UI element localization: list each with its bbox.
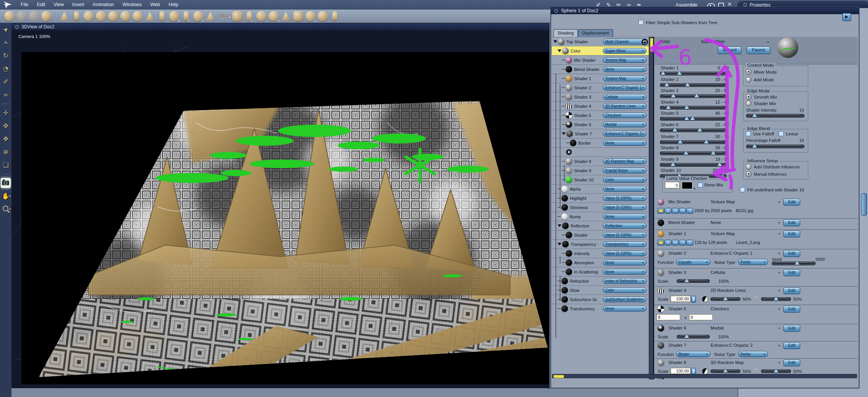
edit-button[interactable]: Edit xyxy=(783,287,800,294)
slider-max-handle[interactable] xyxy=(690,116,695,120)
luma-color-swatch[interactable] xyxy=(682,182,692,189)
slider-handle[interactable] xyxy=(774,369,778,372)
shader-type-dropdown[interactable]: Fractal Noise» xyxy=(603,168,646,173)
tree-row-transparency[interactable]: TransparencyTransparency» xyxy=(552,239,649,249)
shader-type-dropdown[interactable]: Color» xyxy=(603,287,646,293)
seed-slider[interactable] xyxy=(772,262,815,265)
slider-max-handle[interactable] xyxy=(694,94,699,97)
scale-slider[interactable] xyxy=(677,279,710,283)
flip-vertical-icon[interactable]: ↕ xyxy=(665,240,671,245)
edit-button[interactable]: Edit xyxy=(783,306,800,313)
tree-row-blend-shader[interactable]: Blend ShaderNone» xyxy=(552,64,649,74)
upload-icon[interactable]: ↑ xyxy=(686,240,693,245)
shader-type-dropdown[interactable]: Value (0-100%)» xyxy=(603,204,646,210)
panel-expand-button[interactable]: ▶ xyxy=(842,13,851,21)
fire-icon[interactable]: ▸ xyxy=(184,11,189,21)
properties-scrollbar-thumb[interactable] xyxy=(861,193,867,216)
scale-slider[interactable] xyxy=(677,335,710,339)
range-slider[interactable] xyxy=(660,117,727,121)
shader-type-dropdown[interactable]: None» xyxy=(603,66,646,72)
particles-icon[interactable] xyxy=(133,11,143,21)
wizard-button[interactable]: Wizard xyxy=(718,46,742,54)
bank-camera-icon[interactable]: ❏ xyxy=(1,160,11,170)
tree-row-highlight[interactable]: HighlightValue (0-100%)» xyxy=(552,193,649,203)
expander-icon[interactable] xyxy=(553,40,557,43)
slider-max-handle[interactable] xyxy=(704,140,709,143)
chevron-down-icon[interactable]: » xyxy=(777,222,781,223)
range-slider[interactable] xyxy=(660,163,727,167)
link-tool-icon[interactable]: ∞ xyxy=(1,90,11,100)
expander-icon[interactable] xyxy=(558,49,561,52)
edit-button[interactable]: Edit xyxy=(783,231,800,237)
shader-type-dropdown[interactable]: SubSurface Scattering» xyxy=(603,297,646,302)
shader-type-dropdown[interactable]: Reflection» xyxy=(603,223,646,229)
tree-row-bump[interactable]: BumpNone» xyxy=(552,212,649,221)
fill-undefined-checkbox[interactable] xyxy=(740,187,745,192)
shader-type-dropdown[interactable]: Color» xyxy=(603,177,646,183)
orbit-camera-icon[interactable]: ⊕ xyxy=(1,147,11,157)
slider-min-handle[interactable] xyxy=(666,105,671,109)
dropdown-marker-icon[interactable]: ▸ xyxy=(229,12,231,22)
chevron-down-icon[interactable]: » xyxy=(777,233,781,234)
tree-row-in-scattering[interactable]: In-ScatteringNone» xyxy=(552,267,649,276)
menu-view[interactable]: View xyxy=(49,0,68,10)
range-slider[interactable] xyxy=(660,83,727,87)
hand-tool-icon[interactable]: ✋▸ xyxy=(1,191,11,201)
zoom-tool-icon[interactable]: ▸ xyxy=(1,204,11,214)
menu-help[interactable]: Help xyxy=(164,0,183,10)
menu-insert[interactable]: Insert xyxy=(68,0,89,10)
shader-mix-radio[interactable] xyxy=(746,100,752,106)
glider-tool-icon[interactable]: ➣ xyxy=(1,38,11,48)
contrast-slider[interactable] xyxy=(710,369,740,373)
tree-icon[interactable] xyxy=(159,11,164,21)
shader-type-dropdown[interactable]: Multi Channel» xyxy=(603,39,646,44)
slider-handle[interactable] xyxy=(774,297,778,300)
track-camera-icon[interactable]: ✥ xyxy=(1,134,11,144)
contrast-slider[interactable] xyxy=(710,297,740,301)
tree-row-refraction[interactable]: RefractionIndex of Refraction» xyxy=(552,276,649,285)
tree-add-node[interactable]: ✚ xyxy=(552,147,649,156)
delete-icon[interactable] xyxy=(642,39,648,45)
horizontal-scrollbar[interactable] xyxy=(552,374,857,378)
dropdown-marker-icon[interactable]: ▸ xyxy=(290,19,292,22)
sphere-primitive-icon[interactable] xyxy=(84,11,94,21)
shader-type-dropdown[interactable]: Value (0-100%)» xyxy=(603,250,646,256)
joint-tool-icon[interactable] xyxy=(4,11,14,21)
capsule-icon[interactable]: ▸ xyxy=(247,11,252,21)
menu-windows[interactable]: Windows xyxy=(118,0,146,10)
shader-type-chevron-icon[interactable]: » xyxy=(766,41,770,43)
shader-type-dropdown[interactable]: Value (0-100%)» xyxy=(603,195,646,201)
shader-type-dropdown[interactable]: 3D Random Map» xyxy=(603,158,646,164)
smooth-mix-radio[interactable] xyxy=(746,94,752,100)
upload-icon[interactable]: ↑ xyxy=(686,208,693,214)
shader-type-dropdown[interactable]: Enhance:C Organic 2» xyxy=(603,131,646,137)
fountain-icon[interactable] xyxy=(205,11,215,21)
tree-row-shader-4[interactable]: Shader 42D Random Lines» xyxy=(552,101,649,110)
slider-min-handle[interactable] xyxy=(678,140,683,143)
house-icon[interactable] xyxy=(232,11,242,21)
shader-type-dropdown[interactable]: Transparency» xyxy=(603,241,646,247)
edit-button[interactable]: Edit xyxy=(783,269,800,276)
tree-row-shader-5[interactable]: Shader 5Checkers» xyxy=(552,110,649,120)
slider-max-handle[interactable] xyxy=(717,162,722,166)
chevron-down-icon[interactable]: » xyxy=(777,201,781,203)
shader-type-dropdown[interactable]: Texture Map» xyxy=(603,57,646,63)
tree-row-shininess[interactable]: ShininessValue (0-100%)» xyxy=(552,203,649,212)
slider-min-handle[interactable] xyxy=(661,71,665,75)
slider-min-handle[interactable] xyxy=(684,116,689,120)
dropdown[interactable]: Perlin» xyxy=(738,351,768,357)
chevron-down-icon[interactable]: » xyxy=(777,272,781,273)
tree-row-translucency[interactable]: TranslucencyNone» xyxy=(552,304,649,313)
rock-icon[interactable]: ▸ xyxy=(269,11,279,21)
open-file-icon[interactable] xyxy=(657,240,664,245)
chevron-down-icon[interactable]: » xyxy=(777,362,781,363)
value-input[interactable] xyxy=(671,368,691,374)
slider-handle[interactable] xyxy=(684,278,689,282)
dropdown-marker-icon[interactable]: ▸ xyxy=(69,19,70,22)
pan-hand-tool-icon[interactable] xyxy=(16,11,26,21)
edit-button[interactable]: Edit xyxy=(783,359,800,366)
add-mode-radio[interactable] xyxy=(746,77,752,82)
shader-type-dropdown[interactable]: Index of Refraction» xyxy=(603,278,646,284)
shader-intensity-slider[interactable] xyxy=(746,114,804,118)
tree-row-border[interactable]: BorderNone» xyxy=(552,138,649,147)
